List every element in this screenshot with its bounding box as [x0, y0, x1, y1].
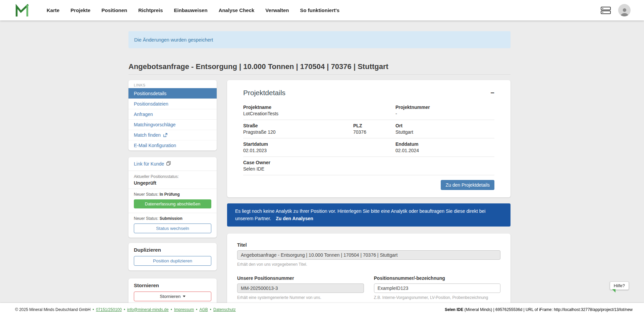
new-status-row-1: Neuer Status: In Prüfung	[128, 189, 217, 199]
sidebar: LINKS Positionsdetails Positionsdateien …	[128, 80, 217, 303]
switch-status-button[interactable]: Status wechseln	[134, 224, 211, 233]
go-to-project-details-button[interactable]: Zu den Projektdetails	[441, 180, 494, 190]
nav-item-analyse-check[interactable]: Analyse Check	[219, 7, 255, 13]
external-link-icon	[163, 133, 167, 137]
sidebar-item-matchingvorschlaege[interactable]: Matchingvorschläge	[128, 119, 217, 130]
field-value: Selen IDE	[243, 166, 494, 172]
sidebar-item-positionsdetails[interactable]: Positionsdetails	[128, 88, 217, 99]
footer-meta: (Mineral Minds) | 69576255536d | URL of …	[463, 307, 633, 312]
footer-left: © 2025 Mineral Minds Deutschland GmbH 07…	[15, 307, 236, 312]
new-status-label: Neuer Status:	[134, 216, 158, 221]
field-value: 02.01.2023	[243, 148, 395, 153]
server-icon[interactable]	[601, 6, 611, 14]
sidebar-item-label: Positionsdateien	[134, 101, 168, 107]
footer-session-info: Selen IDE (Mineral Minds) | 69576255536d…	[445, 307, 633, 312]
our-number-input	[237, 283, 364, 293]
content-column: Projektdetails − Projektname LotCreation…	[227, 80, 511, 303]
cancel-card-title: Stornieren	[134, 282, 211, 288]
customer-link-label: Link für Kunde	[134, 161, 164, 167]
field-value: 02.01.2024	[395, 148, 494, 153]
new-status-value: Submission	[160, 216, 182, 221]
duplicate-card: Duplizieren Position duplizieren	[128, 243, 217, 270]
project-details-card: Projektdetails − Projektname LotCreation…	[227, 80, 511, 197]
nav-item-positionen[interactable]: Positionen	[102, 7, 127, 13]
new-status-row-2: Neuer Status: Submission	[128, 213, 217, 223]
complete-data-entry-button[interactable]: Datenerfassung abschließen	[134, 199, 211, 208]
field-value: LotCreationTests	[243, 111, 395, 116]
sidebar-item-label: Matchingvorschläge	[134, 122, 176, 127]
title-input	[237, 250, 500, 260]
field-value: Pragstraße 120	[243, 129, 353, 135]
chevron-down-icon	[183, 296, 185, 297]
field-label: Ort	[395, 123, 494, 128]
pos-number-input[interactable]	[374, 283, 501, 293]
customer-link[interactable]: Link für Kunde	[128, 157, 217, 171]
saved-alert-text: Die Änderungen wurden gespeichert	[134, 37, 213, 43]
links-header: LINKS	[128, 80, 217, 88]
current-status-block: Aktueller Positionsstatus: Ungeprüft	[128, 171, 217, 189]
field-value: Stuttgart	[395, 129, 494, 135]
nav-item-projekte[interactable]: Projekte	[70, 7, 90, 13]
footer-link-impressum[interactable]: Impressum	[169, 307, 194, 312]
nav-item-karte[interactable]: Karte	[47, 7, 59, 13]
pos-number-help-text: Z.B. Interne-Vorgangsnummer, LV-Position…	[374, 295, 501, 300]
cancel-dropdown-button[interactable]: Stornieren	[134, 292, 211, 301]
new-status-value: In Prüfung	[160, 192, 180, 197]
nav-item-einbauweisen[interactable]: Einbauweisen	[174, 7, 208, 13]
project-row: Straße Pragstraße 120 PLZ 70376 Ort Stut…	[243, 120, 494, 138]
duplicate-card-title: Duplizieren	[134, 247, 211, 253]
sidebar-item-positionsdateien[interactable]: Positionsdateien	[128, 99, 217, 109]
title-field-label: Titel	[237, 242, 500, 248]
our-number-label: Unsere Positionsnummer	[237, 275, 364, 281]
field-label: PLZ	[353, 123, 395, 128]
sidebar-item-label: Anfragen	[134, 112, 153, 117]
our-number-field: Unsere Positionsnummer Erhält eine syste…	[237, 275, 364, 300]
project-details-title: Projektdetails	[243, 89, 285, 97]
new-status-label: Neuer Status:	[134, 192, 158, 197]
title-help-text: Erhält den von uns vorgegebenen Titel.	[237, 262, 500, 267]
copyright-text: © 2025 Mineral Minds Deutschland GmbH	[15, 307, 91, 312]
footer-user: Selen IDE	[445, 307, 463, 312]
brand-logo[interactable]	[15, 4, 29, 17]
cancel-button-label: Stornieren	[160, 294, 180, 299]
position-form-card: Titel Erhält den von uns vorgegebenen Ti…	[227, 234, 511, 303]
field-value: 70376	[353, 129, 395, 135]
sidebar-item-email-konfiguration[interactable]: E-Mail Konfiguration	[128, 140, 217, 150]
go-to-analyses-link[interactable]: Zu den Analysen	[276, 216, 313, 221]
person-icon	[620, 7, 629, 16]
collapse-button[interactable]: −	[490, 89, 494, 96]
sidebar-item-label: E-Mail Konfiguration	[134, 143, 176, 148]
field-label: Startdatum	[243, 141, 395, 147]
project-row: Case Owner Selen IDE	[243, 157, 494, 175]
duplicate-position-button[interactable]: Position duplizieren	[134, 256, 211, 266]
footer-link-phone[interactable]: 07151/250100	[91, 307, 122, 312]
current-status-label: Aktueller Positionsstatus:	[134, 174, 211, 179]
help-button[interactable]: Hilfe?	[610, 281, 629, 290]
pos-number-field: Positionsnummer/-bezeichnung Z.B. Intern…	[374, 275, 501, 300]
sidebar-item-label: Match finden	[134, 132, 161, 138]
sidebar-item-match-finden[interactable]: Match finden	[128, 130, 217, 140]
main-scroll-area[interactable]: Die Änderungen wurden gespeichert Angebo…	[0, 20, 644, 303]
sidebar-item-label: Positionsdetails	[134, 91, 166, 96]
analytics-banner-text: Es liegt noch keine Analytik zu Ihrer Po…	[235, 208, 485, 221]
footer-link-email[interactable]: info@mineral-minds.de	[122, 307, 169, 312]
page-title: Angebotsanfrage - Entsorgung | 10.000 To…	[128, 62, 511, 75]
footer-link-agb[interactable]: AGB	[194, 307, 208, 312]
our-number-help-text: Erhält eine systemgenerierte Nummer von …	[237, 295, 364, 300]
sidebar-item-anfragen[interactable]: Anfragen	[128, 109, 217, 119]
nav-item-so-funktionierts[interactable]: So funktioniert's	[300, 7, 339, 13]
top-navbar: Karte Projekte Positionen Richtpreis Ein…	[0, 0, 644, 20]
footer-link-datenschutz[interactable]: Datenschutz	[208, 307, 236, 312]
navbar-right	[601, 4, 631, 16]
field-label: Projektname	[243, 105, 395, 110]
user-avatar[interactable]	[618, 4, 631, 16]
footer: © 2025 Mineral Minds Deutschland GmbH 07…	[0, 303, 644, 316]
saved-alert: Die Änderungen wurden gespeichert	[128, 31, 511, 48]
current-status-value: Ungeprüft	[134, 180, 211, 186]
nav-item-richtpreis[interactable]: Richtpreis	[138, 7, 163, 13]
nav-item-verwalten[interactable]: Verwalten	[265, 7, 289, 13]
project-row: Startdatum 02.01.2023 Enddatum 02.01.202…	[243, 138, 494, 157]
field-label: Projektnummer	[395, 105, 494, 110]
pos-number-label: Positionsnummer/-bezeichnung	[374, 275, 501, 281]
field-label: Enddatum	[395, 141, 494, 147]
